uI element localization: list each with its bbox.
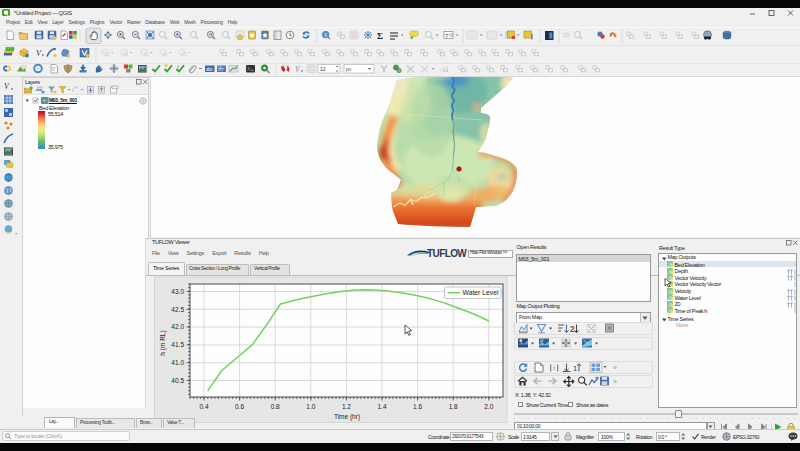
svg-text:»: » [613,378,617,385]
svg-text:40.5: 40.5 [171,377,184,384]
svg-text:1.8: 1.8 [449,403,458,410]
svg-text:41.0: 41.0 [171,359,184,366]
svg-text:41.5: 41.5 [171,341,184,348]
svg-text:h (m RL): h (m RL) [159,330,167,355]
svg-text:V: V [36,49,42,58]
svg-text:0.6: 0.6 [235,403,244,410]
svg-text:42.5: 42.5 [171,306,184,313]
svg-text:px: px [346,66,352,72]
svg-text:1: 1 [573,363,577,372]
svg-text:0.8: 0.8 [271,403,280,410]
svg-text:V: V [295,65,301,74]
svg-text:Time (hr): Time (hr) [334,413,360,421]
svg-text:Water Level: Water Level [463,289,500,296]
svg-text:1.6: 1.6 [413,403,422,410]
svg-text:2.0: 2.0 [484,403,493,410]
svg-text:1.0: 1.0 [306,403,315,410]
svg-text:↕: ↕ [553,364,556,370]
svg-text:»: » [613,363,617,370]
svg-text:1.2: 1.2 [342,403,351,410]
svg-text:2: 2 [570,324,575,334]
svg-text:Σ: Σ [377,31,383,41]
svg-text:1.4: 1.4 [377,403,386,410]
svg-text:12: 12 [320,66,326,72]
svg-text:V: V [4,82,10,91]
svg-text:1: 1 [177,64,180,69]
svg-text:TUFLOW: TUFLOW [427,248,467,259]
svg-text:abc: abc [206,67,213,72]
svg-text:T: T [445,33,449,39]
svg-text:42.0: 42.0 [171,323,184,330]
svg-text:-3: -3 [440,67,446,73]
svg-text:0.4: 0.4 [199,403,208,410]
svg-text:43.0: 43.0 [171,288,184,295]
